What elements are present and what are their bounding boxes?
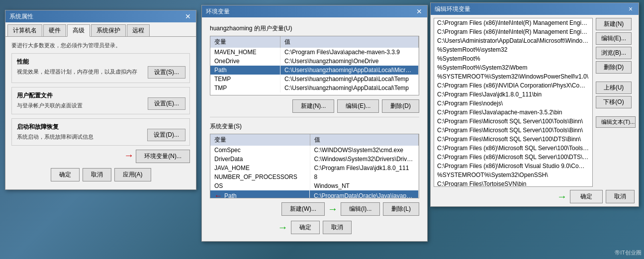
list-item[interactable]: %SystemRoot%\System32\Wbem	[434, 63, 592, 72]
system-new-button[interactable]: 新建(W)...	[281, 202, 325, 216]
table-row[interactable]: TEMP C:\Users\huangzhaoming\AppData\Loca…	[210, 75, 419, 84]
tab-remote[interactable]: 远程	[127, 24, 150, 36]
list-item[interactable]: C:\Program Files\nodejs\	[434, 99, 592, 108]
env-vars-cancel-button[interactable]: 取消	[323, 221, 352, 234]
edit-right-buttons: 新建(N) 编辑(E)... 浏览(B)... 删除(D) 上移(U) 下移(O…	[596, 18, 636, 187]
table-row[interactable]: OS Windows_NT	[210, 181, 419, 190]
user-var-name: MAVEN_HOME	[210, 48, 280, 57]
table-row[interactable]: OneDrive C:\Users\huangzhaoming\OneDrive	[210, 57, 419, 66]
user-var-val: C:\Program Files\Java\apache-maven-3.3.9	[280, 48, 418, 57]
list-item[interactable]: C:\Program Files (x86)\Microsoft SQL Ser…	[434, 144, 592, 153]
env-vars-ok-button[interactable]: 确定	[291, 221, 320, 234]
table-row[interactable]: ← Path C:\ProgramData\Oracle\Java\javapa…	[210, 190, 419, 198]
startup-recovery-section: 启动和故障恢复 系统启动，系统故障和调试信息 设置(D)...	[11, 118, 190, 146]
env-vars-close[interactable]: ✕	[415, 7, 423, 15]
user-var-name: TMP	[210, 84, 280, 92]
table-row[interactable]: JAVA_HOME C:\Program Files\Java\jdk1.8.0…	[210, 164, 419, 173]
system-delete-button[interactable]: 删除(L)	[383, 202, 419, 216]
user-edit-button[interactable]: 编辑(E)...	[337, 99, 379, 113]
table-row[interactable]: MAVEN_HOME C:\Program Files\Java\apache-…	[210, 48, 419, 57]
edit-edit-button[interactable]: 编辑(E)...	[596, 32, 632, 45]
edit-env-body: C:\Program Files (x86)\Intel\Intel(R) Ma…	[434, 18, 636, 187]
edit-browse-button[interactable]: 浏览(B)...	[596, 47, 632, 59]
system-vars-table: 变量 值 ComSpec C:\WINDOWS\system32\cmd.exe…	[210, 134, 419, 198]
list-item[interactable]: C:\Program Files\Java\apache-maven-3.5.2…	[434, 108, 592, 117]
spacer2	[596, 110, 636, 114]
list-item[interactable]: %SYSTEMROOT%\System32\OpenSSH\	[434, 171, 592, 179]
admin-info-text: 要进行大多数更改，您必须作为管理员登录。	[11, 42, 190, 49]
sys-var-name: OS	[210, 181, 310, 190]
tab-system-protection[interactable]: 系统保护	[91, 24, 126, 36]
list-item[interactable]: C:\Users\Administrator\AppData\Local\Mic…	[434, 36, 592, 45]
env-vars-content: huangzhaoming 的用户变量(U) 变量 值 MAVEN_HOME C…	[202, 17, 427, 241]
tab-advanced[interactable]: 高级	[67, 24, 90, 37]
edit-new-button[interactable]: 新建(N)	[596, 18, 632, 30]
section-divider	[210, 117, 419, 117]
table-row[interactable]: NUMBER_OF_PROCESSORS 8	[210, 173, 419, 181]
list-item[interactable]: C:\Program Files (x86)\Intel\Intel(R) Ma…	[434, 27, 592, 36]
edit-delete-button[interactable]: 删除(D)	[596, 61, 632, 74]
edit-edit-text-button[interactable]: 编辑文本(T)...	[596, 116, 636, 128]
list-item[interactable]: C:\Program Files (x86)\Microsoft Visual …	[434, 162, 592, 171]
system-props-close[interactable]: ✕	[184, 12, 192, 20]
table-row[interactable]: Path C:\Users\huangzhaoming\AppData\Loca…	[210, 66, 419, 75]
edit-env-ok-button[interactable]: 确定	[570, 190, 603, 203]
sys-var-val: Windows_NT	[310, 181, 418, 190]
edit-move-down-button[interactable]: 下移(O)	[596, 96, 632, 108]
user-vars-table-container: 变量 值 MAVEN_HOME C:\Program Files\Java\ap…	[210, 36, 419, 95]
user-var-name: OneDrive	[210, 57, 280, 66]
user-vars-header: huangzhaoming 的用户变量(U)	[206, 21, 423, 34]
list-item[interactable]: %SystemRoot%\system32	[434, 45, 592, 54]
edit-env-bottom-buttons: → 确定 取消	[434, 190, 636, 203]
system-edit-button[interactable]: 编辑(I)...	[341, 202, 380, 216]
system-vars-table-container: 变量 值 ComSpec C:\WINDOWS\system32\cmd.exe…	[210, 134, 419, 198]
user-col-val: 值	[280, 36, 418, 48]
system-properties-window: 系统属性 ✕ 计算机名 硬件 高级 系统保护 远程 要进行大多数更改，您必须作为…	[5, 10, 196, 190]
table-row[interactable]: DriverData C:\Windows\System32\Drivers\D…	[210, 155, 419, 164]
env-vars-title: 环境变量	[206, 7, 230, 16]
table-row[interactable]: TMP C:\Users\huangzhaoming\AppData\Local…	[210, 84, 419, 92]
arrow-to-path-row: ←	[214, 191, 222, 198]
performance-settings-button[interactable]: 设置(S)...	[148, 66, 185, 79]
sys-var-name: ComSpec	[210, 146, 310, 155]
edit-env-list[interactable]: C:\Program Files (x86)\Intel\Intel(R) Ma…	[434, 18, 593, 187]
list-item[interactable]: C:\Program Files (x86)\Microsoft SQL Ser…	[434, 153, 592, 162]
user-profiles-settings-button[interactable]: 设置(E)...	[148, 97, 185, 110]
system-props-cancel-button[interactable]: 取消	[83, 168, 111, 181]
edit-env-window: 编辑环境变量 × C:\Program Files (x86)\Intel\In…	[430, 2, 639, 207]
list-item[interactable]: C:\Program Files (x86)\Intel\Intel(R) Ma…	[434, 18, 592, 27]
table-row[interactable]: ComSpec C:\WINDOWS\system32\cmd.exe	[210, 146, 419, 155]
system-props-ok-button[interactable]: 确定	[51, 168, 80, 181]
user-var-val: C:\Users\huangzhaoming\AppData\Local\Tem…	[280, 75, 418, 84]
user-new-button[interactable]: 新建(N)...	[292, 99, 335, 113]
edit-move-up-button[interactable]: 上移(U)	[596, 82, 632, 94]
sys-var-name: DriverData	[210, 155, 310, 164]
edit-env-cancel-button[interactable]: 取消	[606, 190, 635, 203]
tab-hardware[interactable]: 硬件	[43, 24, 66, 36]
sys-var-val: 8	[310, 173, 418, 181]
list-item[interactable]: %SYSTEMROOT%\System32\WindowsPowerShell\…	[434, 72, 592, 81]
system-props-title: 系统属性	[9, 12, 33, 21]
system-props-apply-button[interactable]: 应用(A)	[114, 168, 151, 181]
arrow-to-ok-edit: →	[557, 190, 567, 203]
edit-env-close[interactable]: ×	[627, 5, 635, 13]
user-delete-button[interactable]: 删除(D)	[382, 99, 419, 113]
startup-recovery-settings-button[interactable]: 设置(D)...	[147, 129, 185, 141]
list-item[interactable]: C:\Program Files\Microsoft SQL Server\10…	[434, 126, 592, 135]
env-vars-button[interactable]: 环境变量(N)...	[136, 150, 190, 163]
list-item[interactable]: %SystemRoot%	[434, 54, 592, 63]
list-item[interactable]: C:\Program Files (x86)\NVIDIA Corporatio…	[434, 81, 592, 90]
tab-computer-name[interactable]: 计算机名	[7, 24, 42, 36]
list-item[interactable]: C:\Program Files\Microsoft SQL Server\10…	[434, 117, 592, 126]
list-item[interactable]: C:\Program Files\Java\jdk1.8.0_111\bin	[434, 90, 592, 99]
list-item[interactable]: C:\Program Files\TortoiseSVN\bin	[434, 179, 592, 187]
env-vars-window: 环境变量 ✕ huangzhaoming 的用户变量(U) 变量 值 MAVEN…	[201, 5, 428, 242]
system-props-tabs: 计算机名 硬件 高级 系统保护 远程	[5, 22, 196, 37]
user-var-name: Path	[210, 66, 280, 75]
system-props-content: 要进行大多数更改，您必须作为管理员登录。 性能 视觉效果，处理器计划，内存使用，…	[5, 37, 196, 189]
user-profiles-section: 用户配置文件 与登录帐户关联的桌面设置 设置(E)...	[11, 87, 190, 114]
sys-var-val: C:\WINDOWS\system32\cmd.exe	[310, 146, 418, 155]
user-var-val: C:\Users\huangzhaoming\AppData\Local\Tem…	[280, 84, 418, 92]
sys-var-name: ← Path	[210, 190, 310, 198]
list-item[interactable]: C:\Program Files\Microsoft SQL Server\10…	[434, 135, 592, 144]
